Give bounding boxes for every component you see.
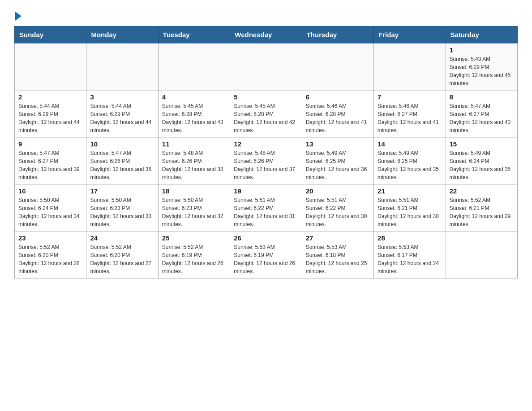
day-number: 13 (306, 140, 370, 148)
calendar-cell: 25Sunrise: 5:52 AMSunset: 6:19 PMDayligh… (158, 231, 230, 278)
day-info: Sunrise: 5:46 AMSunset: 6:27 PMDaylight:… (378, 102, 442, 134)
day-info: Sunrise: 5:53 AMSunset: 6:18 PMDaylight:… (306, 243, 370, 275)
calendar-cell: 5Sunrise: 5:45 AMSunset: 6:28 PMDaylight… (230, 90, 302, 137)
calendar-cell: 11Sunrise: 5:48 AMSunset: 6:26 PMDayligh… (158, 137, 230, 184)
calendar-cell: 21Sunrise: 5:51 AMSunset: 6:21 PMDayligh… (374, 184, 446, 231)
calendar-cell: 23Sunrise: 5:52 AMSunset: 6:20 PMDayligh… (15, 231, 86, 278)
day-of-week-header: Friday (374, 26, 446, 43)
day-number: 16 (18, 187, 82, 195)
calendar-cell: 22Sunrise: 5:52 AMSunset: 6:21 PMDayligh… (446, 184, 517, 231)
day-info: Sunrise: 5:52 AMSunset: 6:20 PMDaylight:… (90, 243, 154, 275)
day-of-week-header: Monday (86, 26, 158, 43)
day-number: 21 (378, 187, 442, 195)
calendar-cell (374, 43, 446, 90)
calendar-week-row: 16Sunrise: 5:50 AMSunset: 6:24 PMDayligh… (15, 184, 518, 231)
calendar-cell: 18Sunrise: 5:50 AMSunset: 6:23 PMDayligh… (158, 184, 230, 231)
calendar-cell: 1Sunrise: 5:43 AMSunset: 6:29 PMDaylight… (446, 43, 517, 90)
day-info: Sunrise: 5:46 AMSunset: 6:28 PMDaylight:… (306, 102, 370, 134)
calendar-cell (15, 43, 86, 90)
day-number: 15 (450, 140, 514, 148)
calendar-week-row: 9Sunrise: 5:47 AMSunset: 6:27 PMDaylight… (15, 137, 518, 184)
day-of-week-header: Thursday (302, 26, 373, 43)
day-info: Sunrise: 5:45 AMSunset: 6:28 PMDaylight:… (234, 102, 298, 134)
day-number: 6 (306, 93, 370, 101)
day-number: 12 (234, 140, 298, 148)
day-number: 27 (306, 234, 370, 242)
calendar-cell: 12Sunrise: 5:48 AMSunset: 6:26 PMDayligh… (230, 137, 302, 184)
calendar-cell: 13Sunrise: 5:49 AMSunset: 6:25 PMDayligh… (302, 137, 373, 184)
day-number: 20 (306, 187, 370, 195)
calendar-cell (446, 231, 517, 278)
calendar-cell: 28Sunrise: 5:53 AMSunset: 6:17 PMDayligh… (374, 231, 446, 278)
day-info: Sunrise: 5:50 AMSunset: 6:23 PMDaylight:… (162, 196, 226, 228)
day-info: Sunrise: 5:52 AMSunset: 6:19 PMDaylight:… (162, 243, 226, 275)
day-number: 4 (162, 93, 226, 101)
day-info: Sunrise: 5:47 AMSunset: 6:27 PMDaylight:… (18, 149, 82, 181)
day-of-week-header: Saturday (446, 26, 517, 43)
day-info: Sunrise: 5:49 AMSunset: 6:24 PMDaylight:… (450, 149, 514, 181)
day-info: Sunrise: 5:47 AMSunset: 6:26 PMDaylight:… (90, 149, 154, 181)
day-info: Sunrise: 5:49 AMSunset: 6:25 PMDaylight:… (306, 149, 370, 181)
calendar-week-row: 2Sunrise: 5:44 AMSunset: 6:29 PMDaylight… (15, 90, 518, 137)
calendar-cell: 14Sunrise: 5:49 AMSunset: 6:25 PMDayligh… (374, 137, 446, 184)
day-info: Sunrise: 5:48 AMSunset: 6:26 PMDaylight:… (234, 149, 298, 181)
logo (14, 11, 21, 19)
day-info: Sunrise: 5:51 AMSunset: 6:21 PMDaylight:… (378, 196, 442, 228)
calendar-cell (158, 43, 230, 90)
calendar-week-row: 23Sunrise: 5:52 AMSunset: 6:20 PMDayligh… (15, 231, 518, 278)
day-number: 1 (450, 46, 514, 54)
calendar-week-row: 1Sunrise: 5:43 AMSunset: 6:29 PMDaylight… (15, 43, 518, 90)
day-info: Sunrise: 5:52 AMSunset: 6:20 PMDaylight:… (18, 243, 82, 275)
day-info: Sunrise: 5:52 AMSunset: 6:21 PMDaylight:… (450, 196, 514, 228)
calendar-cell: 10Sunrise: 5:47 AMSunset: 6:26 PMDayligh… (86, 137, 158, 184)
calendar-cell: 24Sunrise: 5:52 AMSunset: 6:20 PMDayligh… (86, 231, 158, 278)
calendar-cell (302, 43, 373, 90)
day-number: 19 (234, 187, 298, 195)
page-header (14, 11, 518, 19)
calendar-cell (230, 43, 302, 90)
calendar-cell: 8Sunrise: 5:47 AMSunset: 6:27 PMDaylight… (446, 90, 517, 137)
calendar-cell: 26Sunrise: 5:53 AMSunset: 6:19 PMDayligh… (230, 231, 302, 278)
calendar-cell: 15Sunrise: 5:49 AMSunset: 6:24 PMDayligh… (446, 137, 517, 184)
day-number: 10 (90, 140, 154, 148)
calendar-cell: 20Sunrise: 5:51 AMSunset: 6:22 PMDayligh… (302, 184, 373, 231)
day-of-week-header: Sunday (15, 26, 86, 43)
calendar-cell: 7Sunrise: 5:46 AMSunset: 6:27 PMDaylight… (374, 90, 446, 137)
day-number: 2 (18, 93, 82, 101)
day-info: Sunrise: 5:51 AMSunset: 6:22 PMDaylight:… (234, 196, 298, 228)
calendar-cell (86, 43, 158, 90)
day-of-week-header: Tuesday (158, 26, 230, 43)
day-info: Sunrise: 5:47 AMSunset: 6:27 PMDaylight:… (450, 102, 514, 134)
day-number: 25 (162, 234, 226, 242)
day-number: 7 (378, 93, 442, 101)
day-info: Sunrise: 5:44 AMSunset: 6:29 PMDaylight:… (90, 102, 154, 134)
day-number: 5 (234, 93, 298, 101)
day-info: Sunrise: 5:53 AMSunset: 6:19 PMDaylight:… (234, 243, 298, 275)
day-number: 22 (450, 187, 514, 195)
calendar-cell: 19Sunrise: 5:51 AMSunset: 6:22 PMDayligh… (230, 184, 302, 231)
calendar-cell: 9Sunrise: 5:47 AMSunset: 6:27 PMDaylight… (15, 137, 86, 184)
day-info: Sunrise: 5:48 AMSunset: 6:26 PMDaylight:… (162, 149, 226, 181)
calendar-cell: 2Sunrise: 5:44 AMSunset: 6:29 PMDaylight… (15, 90, 86, 137)
calendar-cell: 16Sunrise: 5:50 AMSunset: 6:24 PMDayligh… (15, 184, 86, 231)
day-number: 9 (18, 140, 82, 148)
calendar-header-row: SundayMondayTuesdayWednesdayThursdayFrid… (15, 26, 518, 43)
day-number: 26 (234, 234, 298, 242)
day-info: Sunrise: 5:49 AMSunset: 6:25 PMDaylight:… (378, 149, 442, 181)
day-info: Sunrise: 5:51 AMSunset: 6:22 PMDaylight:… (306, 196, 370, 228)
day-info: Sunrise: 5:45 AMSunset: 6:28 PMDaylight:… (162, 102, 226, 134)
day-info: Sunrise: 5:43 AMSunset: 6:29 PMDaylight:… (450, 55, 514, 87)
day-info: Sunrise: 5:50 AMSunset: 6:23 PMDaylight:… (90, 196, 154, 228)
day-number: 3 (90, 93, 154, 101)
calendar-cell: 6Sunrise: 5:46 AMSunset: 6:28 PMDaylight… (302, 90, 373, 137)
calendar-table: SundayMondayTuesdayWednesdayThursdayFrid… (14, 26, 518, 278)
logo-arrow-icon (15, 12, 21, 21)
day-number: 24 (90, 234, 154, 242)
day-info: Sunrise: 5:53 AMSunset: 6:17 PMDaylight:… (378, 243, 442, 275)
day-number: 8 (450, 93, 514, 101)
day-info: Sunrise: 5:44 AMSunset: 6:29 PMDaylight:… (18, 102, 82, 134)
day-of-week-header: Wednesday (230, 26, 302, 43)
calendar-cell: 27Sunrise: 5:53 AMSunset: 6:18 PMDayligh… (302, 231, 373, 278)
day-number: 23 (18, 234, 82, 242)
day-number: 14 (378, 140, 442, 148)
